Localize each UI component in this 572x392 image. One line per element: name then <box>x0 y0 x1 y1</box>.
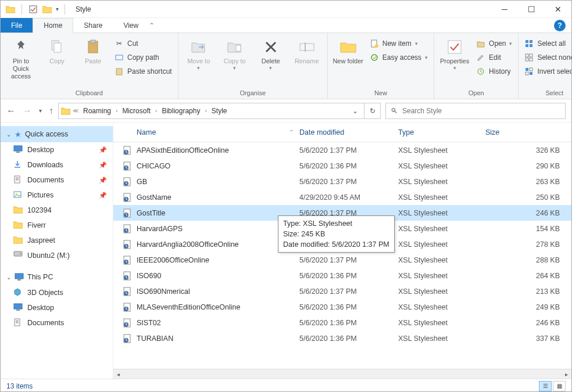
col-size[interactable]: Size <box>485 128 571 136</box>
forward-button[interactable]: → <box>23 106 32 116</box>
sidebar-item[interactable]: Desktop <box>1 300 113 315</box>
file-list[interactable]: APASixthEditionOfficeOnline5/6/2020 1:37… <box>113 142 571 369</box>
scroll-right[interactable]: ▸ <box>562 371 571 377</box>
crumb[interactable]: Microsoft <box>120 106 153 116</box>
sidebar-item[interactable]: Jaspreet <box>1 233 113 248</box>
svg-rect-4 <box>91 40 95 43</box>
col-name[interactable]: Name⌃ <box>113 128 299 136</box>
xsl-file-icon <box>123 240 132 249</box>
tab-file[interactable]: File <box>1 18 33 33</box>
chevron-right-icon[interactable]: › <box>115 107 119 114</box>
back-button[interactable]: ← <box>6 106 16 116</box>
file-row[interactable]: CHICAGO5/6/2020 1:36 PMXSL Stylesheet290… <box>113 158 571 174</box>
chevron-right-icon[interactable]: › <box>154 107 158 114</box>
sidebar-item[interactable]: Pictures📌 <box>1 188 113 203</box>
new-folder-button[interactable]: New folder <box>331 35 365 65</box>
crumb[interactable]: Bibliography <box>159 106 202 116</box>
sidebar-item[interactable]: 102394 <box>1 203 113 218</box>
open-icon <box>476 39 485 48</box>
qat-checkbox-icon[interactable] <box>28 4 38 15</box>
refresh-button[interactable]: ↻ <box>364 103 381 119</box>
select-none-button[interactable]: Select none <box>522 52 572 63</box>
up-button[interactable]: ↑ <box>49 106 53 116</box>
paste-shortcut-icon <box>115 67 124 76</box>
pin-to-quick-access-button[interactable]: Pin to Quick access <box>4 35 38 81</box>
paste-shortcut-button[interactable]: Paste shortcut <box>112 66 174 77</box>
file-row[interactable]: TURABIAN5/6/2020 1:36 PMXSL Stylesheet33… <box>113 330 571 346</box>
file-row[interactable]: GostName4/29/2020 9:45 AMXSL Stylesheet2… <box>113 189 571 205</box>
copy-to-button[interactable]: Copy to▾ <box>218 35 252 71</box>
chevron-left-icon[interactable]: ≪ <box>72 107 80 114</box>
copy-path-button[interactable]: Copy path <box>112 52 174 63</box>
cut-button[interactable]: ✂Cut <box>112 38 174 49</box>
navigation-pane[interactable]: ⌄ ★ Quick access Desktop📌Downloads📌Docum… <box>1 123 113 379</box>
rename-button[interactable]: Rename <box>290 35 324 65</box>
file-size: 326 KB <box>485 146 571 154</box>
sidebar-item[interactable]: Downloads📌 <box>1 157 113 172</box>
file-row[interactable]: ISO690Nmerical5/6/2020 1:37 PMXSL Styles… <box>113 283 571 299</box>
tab-home[interactable]: Home <box>33 18 73 33</box>
address-bar[interactable]: ≪ Roaming› Microsoft› Bibliography› Styl… <box>58 103 364 119</box>
edit-button[interactable]: Edit <box>474 52 514 63</box>
sidebar-quick-access[interactable]: ⌄ ★ Quick access <box>1 126 113 142</box>
sidebar-item[interactable]: Ubuntu2 (M:) <box>1 248 113 263</box>
move-to-button[interactable]: Move to▾ <box>182 35 216 71</box>
close-button[interactable]: ✕ <box>545 1 571 18</box>
sidebar-item[interactable]: Fiverr <box>1 218 113 233</box>
chevron-right-icon[interactable]: › <box>203 107 208 114</box>
tab-view[interactable]: View <box>113 18 149 33</box>
minimize-button[interactable]: ─ <box>491 1 518 18</box>
col-date[interactable]: Date modified <box>299 128 398 136</box>
help-button[interactable]: ? <box>554 20 566 31</box>
properties-button[interactable]: Properties▾ <box>438 35 471 71</box>
label: New folder <box>333 57 363 65</box>
window-title: Style <box>76 5 91 13</box>
file-date: 5/6/2020 1:36 PM <box>299 272 398 280</box>
file-row[interactable]: APASixthEditionOfficeOnline5/6/2020 1:37… <box>113 142 571 158</box>
new-item-button[interactable]: New item ▾ <box>367 38 430 49</box>
crumb[interactable]: Roaming <box>81 106 113 116</box>
file-row[interactable]: SIST025/6/2020 1:36 PMXSL Stylesheet246 … <box>113 315 571 330</box>
svg-rect-13 <box>448 41 461 53</box>
sidebar-this-pc[interactable]: ⌄ This PC <box>1 269 113 285</box>
paste-button[interactable]: Paste <box>76 35 110 65</box>
collapse-ribbon-icon[interactable]: ⌃ <box>149 21 155 30</box>
thumb-view-button[interactable]: ▦ <box>553 381 566 391</box>
invert-selection-button[interactable]: Invert selection <box>522 66 572 77</box>
sidebar-item[interactable]: Documents📌 <box>1 172 113 188</box>
sidebar-item[interactable]: Desktop📌 <box>1 142 113 157</box>
expand-icon[interactable]: ⌄ <box>6 131 11 138</box>
pc-icon <box>15 273 24 281</box>
label: This PC <box>27 273 53 281</box>
details-view-button[interactable]: ☰ <box>539 381 552 391</box>
qat-dropdown-icon[interactable]: ▾ <box>56 6 59 12</box>
search-box[interactable]: 🔍︎ <box>385 103 566 119</box>
open-button[interactable]: Open ▾ <box>474 38 514 49</box>
label: Copy path <box>127 53 159 62</box>
address-dropdown[interactable]: ⌄ <box>349 107 362 115</box>
file-row[interactable]: GB5/6/2020 1:37 PMXSL Stylesheet263 KB <box>113 174 571 189</box>
file-row[interactable]: ISO6905/6/2020 1:36 PMXSL Stylesheet264 … <box>113 268 571 283</box>
crumb[interactable]: Style <box>209 106 230 116</box>
expand-icon[interactable]: ⌄ <box>6 274 11 280</box>
sidebar-item[interactable]: 3D Objects <box>1 285 113 300</box>
xsl-file-icon <box>123 271 132 280</box>
copy-button[interactable]: Copy <box>40 35 74 65</box>
easy-access-button[interactable]: Easy access ▾ <box>367 52 430 63</box>
scroll-left[interactable]: ◂ <box>113 371 123 377</box>
tab-share[interactable]: Share <box>73 18 113 33</box>
file-row[interactable]: MLASeventhEditionOfficeOnline5/6/2020 1:… <box>113 299 571 315</box>
file-size: 246 KB <box>485 319 571 327</box>
horizontal-scrollbar[interactable]: ◂ ▸ <box>113 369 571 379</box>
file-row[interactable]: IEEE2006OfficeOnline5/6/2020 1:37 PMXSL … <box>113 252 571 268</box>
col-type[interactable]: Type <box>398 128 485 136</box>
sidebar-item[interactable]: Documents <box>1 315 113 330</box>
delete-button[interactable]: Delete▾ <box>254 35 288 71</box>
recent-dropdown[interactable]: ▾ <box>39 107 42 114</box>
maximize-button[interactable]: ☐ <box>518 1 545 18</box>
history-button[interactable]: History <box>474 66 514 77</box>
folder-icon[interactable] <box>42 4 52 15</box>
select-all-button[interactable]: Select all <box>522 38 572 49</box>
search-input[interactable] <box>402 107 560 115</box>
download-icon <box>13 160 23 170</box>
